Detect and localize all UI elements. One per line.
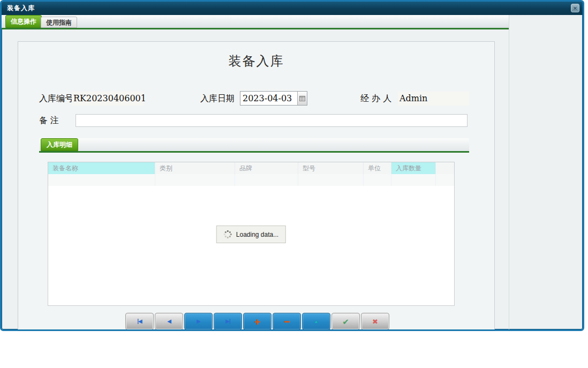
- remarks-label: 备 注: [39, 114, 59, 127]
- delete-icon: −: [284, 317, 290, 327]
- calendar-picker-button[interactable]: [297, 92, 307, 105]
- calendar-icon: [299, 95, 305, 101]
- empty-cell: [155, 174, 235, 186]
- empty-cell: [235, 174, 298, 186]
- detail-grid: 装备名称 类别 品牌 型号 单位 入库数量 Loading data...: [48, 162, 455, 306]
- next-record-button[interactable]: ▶: [184, 313, 213, 330]
- close-icon[interactable]: ✕: [571, 4, 579, 12]
- content-pane-divider: [509, 15, 509, 329]
- last-record-icon: ▶|: [225, 319, 230, 324]
- main-tabstrip: 信息操作 使用指南: [2, 15, 509, 29]
- grid-header-row: 装备名称 类别 品牌 型号 单位 入库数量: [48, 162, 454, 174]
- prev-record-icon: ◀: [167, 319, 171, 324]
- first-record-icon: |◀: [137, 319, 142, 324]
- window-titlebar: 装备入库: [2, 2, 583, 15]
- first-record-button[interactable]: |◀: [125, 313, 154, 330]
- close-glyph: ✕: [573, 5, 577, 11]
- empty-cell: [364, 174, 391, 186]
- prev-record-button[interactable]: ◀: [155, 313, 183, 330]
- empty-cell: [298, 174, 364, 186]
- last-record-button[interactable]: ▶|: [214, 313, 242, 330]
- confirm-button[interactable]: ✔: [331, 313, 360, 330]
- handler-label: 经 办 人: [360, 92, 391, 106]
- storage-date-label: 入库日期: [200, 92, 235, 106]
- loading-text: Loading data...: [236, 231, 278, 238]
- add-record-button[interactable]: +: [243, 313, 272, 330]
- edit-icon: ▲: [314, 319, 319, 324]
- tab-user-guide[interactable]: 使用指南: [41, 17, 77, 28]
- tab-info-operation[interactable]: 信息操作: [5, 15, 42, 28]
- next-record-icon: ▶: [197, 319, 200, 324]
- edit-record-button[interactable]: ▲: [302, 313, 330, 330]
- empty-cell: [48, 174, 155, 186]
- window-title: 装备入库: [7, 4, 35, 12]
- add-icon: +: [254, 317, 260, 327]
- detail-tabstrip: 入库明细: [39, 138, 469, 153]
- storage-no-label: 入库编号: [39, 92, 73, 106]
- column-header-category[interactable]: 类别: [155, 162, 235, 174]
- spinner-icon: [224, 230, 232, 238]
- cancel-button[interactable]: ✖: [361, 313, 389, 330]
- handler-value: Admin: [398, 92, 469, 106]
- form-title: 装备入库: [18, 52, 494, 70]
- column-header-filler: [436, 162, 454, 174]
- column-header-model[interactable]: 型号: [298, 162, 364, 174]
- empty-cell: [436, 174, 454, 186]
- column-header-unit[interactable]: 单位: [364, 162, 391, 174]
- equipment-storage-window: 装备入库 ✕ 信息操作 使用指南 装备入库 入库编号 RK20230406001…: [0, 0, 584, 331]
- delete-record-button[interactable]: −: [273, 313, 301, 330]
- empty-cell: [391, 174, 436, 186]
- tab-storage-detail[interactable]: 入库明细: [41, 138, 78, 151]
- column-header-brand[interactable]: 品牌: [235, 162, 298, 174]
- storage-date-field: [240, 91, 307, 106]
- storage-form-panel: 装备入库 入库编号 RK20230406001 入库日期 经 办 人 Admin…: [18, 41, 495, 331]
- table-row: [48, 174, 454, 186]
- db-navigator: |◀ ◀ ▶ ▶| + − ▲ ✔ ✖: [125, 313, 389, 330]
- column-header-equipment-name[interactable]: 装备名称: [48, 162, 155, 174]
- storage-no-value: RK20230406001: [72, 92, 144, 106]
- loading-indicator: Loading data...: [216, 226, 286, 243]
- confirm-check-icon: ✔: [342, 318, 349, 326]
- column-header-quantity[interactable]: 入库数量: [391, 162, 436, 174]
- storage-date-input[interactable]: [240, 92, 297, 105]
- remarks-input[interactable]: [76, 114, 468, 127]
- cancel-x-icon: ✖: [372, 318, 378, 325]
